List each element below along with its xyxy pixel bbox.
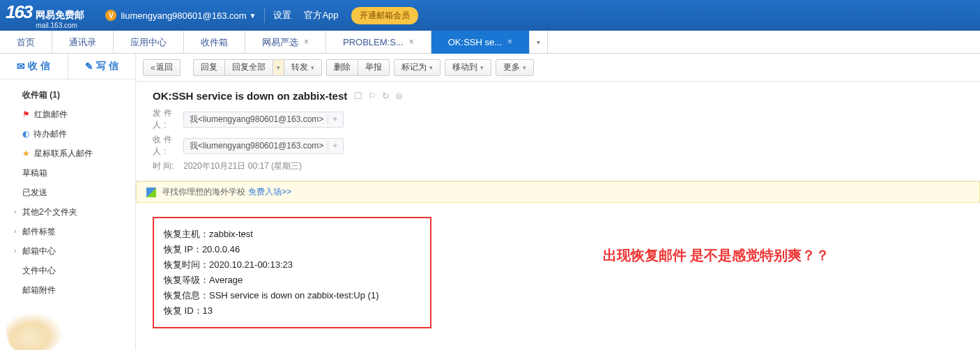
from-chip[interactable]: 我<liumengyang980601@163.com>+ [183, 112, 344, 128]
tab-yanxuan[interactable]: 网易严选× [245, 31, 326, 54]
tab-home[interactable]: 首页 [0, 31, 52, 54]
back-button[interactable]: «返回 [143, 59, 181, 76]
close-icon[interactable]: × [304, 31, 309, 54]
chevron-down-icon: ▾ [429, 64, 433, 71]
tab-okssh[interactable]: OK:SSH se...× [431, 31, 530, 54]
tab-inbox[interactable]: 收件箱 [184, 31, 245, 54]
flag-icon: ⚑ [22, 105, 30, 124]
tab-add[interactable]: ▾ [530, 31, 548, 53]
sidebar-item-todo[interactable]: ◐待办邮件 [0, 124, 135, 144]
mail-subject: OK:SSH service is down on zabbix-test [153, 90, 347, 102]
mail-toolbar: «返回 回复 回复全部▾ 转发▾ 删除 举报 标记为▾ 移动到▾ 更多▾ [136, 54, 980, 82]
logo-cn: 网易免费邮 [36, 9, 84, 20]
more-button[interactable]: 更多▾ [496, 59, 534, 76]
compose-button[interactable]: ✎写 信 [68, 54, 136, 79]
reply-all-button[interactable]: 回复全部▾ [224, 59, 284, 76]
chevron-right-icon: › [14, 222, 20, 241]
from-label: 发件人: [153, 107, 183, 131]
settings-link[interactable]: 设置 [273, 9, 291, 22]
plus-icon[interactable]: + [328, 141, 337, 151]
sidebar-item-tags[interactable]: ›邮件标签 [0, 222, 135, 241]
chevron-down-icon: ▾ [523, 64, 526, 71]
vip-icon: V [105, 10, 116, 21]
sidebar-item-starred[interactable]: ★星标联系人邮件 [0, 144, 135, 163]
receive-button[interactable]: ✉收 信 [0, 54, 68, 79]
sidebar-item-attachments[interactable]: 邮箱附件 [0, 280, 135, 300]
promo-text: 寻找你理想的海外学校 [162, 186, 245, 198]
mail-body-box: 恢复主机：zabbix-test 恢复 IP：20.0.0.46 恢复时间：20… [153, 217, 431, 328]
vip-upgrade-button[interactable]: 开通邮箱会员 [351, 7, 418, 24]
mark-button[interactable]: 标记为▾ [394, 59, 441, 76]
mail-header: OK:SSH service is down on zabbix-test ☐ … [136, 82, 980, 181]
chevron-down-icon: ▾ [311, 64, 314, 71]
back-icon: « [151, 63, 153, 73]
sidebar-item-drafts[interactable]: 草稿箱 [0, 163, 135, 183]
sidebar-item-center[interactable]: ›邮箱中心 [0, 241, 135, 261]
body-line: 恢复 IP：20.0.0.46 [164, 242, 420, 257]
tab-problem[interactable]: PROBLEM:S...× [326, 31, 431, 54]
delete-button[interactable]: 删除 [326, 59, 358, 76]
edit-icon: ✎ [85, 61, 93, 72]
sidebar-decoration [0, 305, 135, 350]
logo-domain: mail.163.com [36, 22, 84, 29]
chevron-down-icon: ▾ [480, 64, 484, 71]
clock-icon: ◐ [22, 124, 29, 144]
report-button[interactable]: 举报 [358, 59, 390, 76]
chevron-down-icon: ▾ [537, 38, 540, 46]
annotation-text: 出现恢复邮件 是不是感觉特别爽？？ [603, 246, 829, 265]
nav-tabs: 首页 通讯录 应用中心 收件箱 网易严选× PROBLEM:S...× OK:S… [0, 31, 980, 54]
time-label: 时 间: [153, 160, 183, 172]
logo[interactable]: 163 网易免费邮 mail.163.com [6, 1, 84, 29]
sidebar-item-sent[interactable]: 已发送 [0, 183, 135, 202]
reply-icon[interactable]: ↻ [382, 91, 390, 101]
official-app-link[interactable]: 官方App [304, 9, 338, 22]
sidebar: ✉收 信 ✎写 信 收件箱 (1) ⚑红旗邮件 ◐待办邮件 ★星标联系人邮件 草… [0, 54, 136, 350]
promo-link[interactable]: 免费入场>> [248, 186, 291, 198]
chevron-right-icon: › [14, 241, 20, 261]
move-button[interactable]: 移动到▾ [445, 59, 491, 76]
sidebar-item-flagged[interactable]: ⚑红旗邮件 [0, 105, 135, 124]
bookmark-icon[interactable]: ☐ [354, 91, 362, 101]
to-chip[interactable]: 我<liumengyang980601@163.com>+ [183, 138, 344, 154]
download-icon: ✉ [17, 61, 25, 72]
user-email: liumengyang980601@163.com [121, 10, 246, 21]
chevron-down-icon[interactable]: ▾ [273, 60, 284, 75]
plus-icon[interactable]: + [328, 114, 337, 124]
reply-button[interactable]: 回复 [193, 59, 225, 76]
promo-banner[interactable]: 寻找你理想的海外学校 免费入场>> [136, 181, 980, 203]
body-line: 恢复等级：Average [164, 273, 420, 288]
chevron-right-icon: › [14, 202, 20, 222]
forward-button[interactable]: 转发▾ [284, 59, 322, 76]
chevron-down-icon: ▼ [250, 12, 257, 20]
flag-outline-icon[interactable]: ⚐ [368, 91, 376, 101]
sidebar-item-inbox[interactable]: 收件箱 (1) [0, 85, 135, 105]
user-menu[interactable]: V liumengyang980601@163.com ▼ [105, 10, 256, 21]
body-line: 恢复 ID：13 [164, 303, 420, 319]
to-label: 收件人: [153, 134, 183, 158]
close-icon[interactable]: × [409, 31, 414, 54]
body-line: 恢复时间：2020.10.21-00:13:23 [164, 257, 420, 273]
body-line: 恢复信息：SSH service is down on zabbix-test:… [164, 288, 420, 303]
sidebar-item-files[interactable]: 文件中心 [0, 261, 135, 280]
time-value: 2020年10月21日 00:17 (星期三) [183, 160, 302, 172]
top-bar: 163 网易免费邮 mail.163.com V liumengyang9806… [0, 0, 980, 31]
print-icon[interactable]: ⊜ [395, 91, 403, 101]
tab-apps[interactable]: 应用中心 [114, 31, 184, 54]
mail-body: 恢复主机：zabbix-test 恢复 IP：20.0.0.46 恢复时间：20… [136, 203, 980, 342]
logo-number: 163 [6, 1, 31, 23]
star-icon: ★ [22, 144, 30, 163]
close-icon[interactable]: × [507, 31, 512, 54]
body-line: 恢复主机：zabbix-test [164, 227, 420, 242]
tab-contacts[interactable]: 通讯录 [52, 31, 114, 54]
content-pane: «返回 回复 回复全部▾ 转发▾ 删除 举报 标记为▾ 移动到▾ 更多▾ OK:… [136, 54, 980, 350]
promo-icon [146, 188, 156, 197]
sidebar-item-other-folders[interactable]: ›其他2个文件夹 [0, 202, 135, 222]
